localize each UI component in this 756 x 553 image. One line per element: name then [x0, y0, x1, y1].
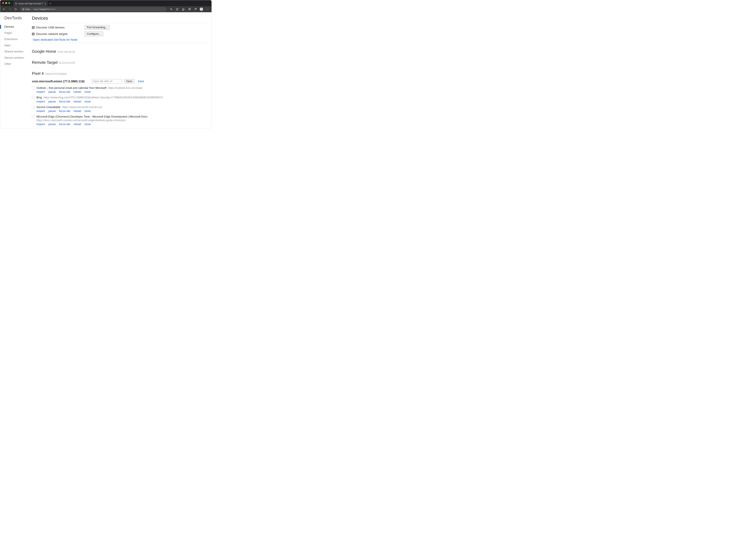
target-list: Outlook – free personal email and calend…	[32, 85, 208, 126]
browser-tab[interactable]: Inspect with Edge Developer T ×	[13, 1, 48, 6]
target-actions: inspect pause focus tab reload close	[37, 100, 163, 103]
zoom-icon[interactable]	[168, 7, 174, 12]
browser-toolbar: Edge edge://inspect/#devices	[0, 6, 212, 12]
address-bar[interactable]: Edge edge://inspect/#devices	[20, 7, 166, 11]
target-url: https://outlook.live.com/owa/	[108, 86, 142, 89]
close-link[interactable]: close	[84, 90, 91, 93]
divider	[32, 43, 208, 43]
target-actions: inspect pause focus tab reload close	[37, 123, 148, 126]
target-row: Service Unavailable https://www.microsof…	[32, 104, 208, 113]
person-icon[interactable]	[193, 7, 198, 12]
configure-button[interactable]: Configure...	[84, 31, 103, 36]
section-pixel4: Pixel 4	[32, 71, 44, 76]
target-title: Microsoft Edge (Chromium) Developer Tool…	[37, 115, 148, 118]
close-link[interactable]: close	[84, 123, 91, 126]
toolbar-right-icons	[168, 7, 210, 12]
discover-network-checkbox[interactable]	[32, 32, 35, 35]
titlebar: Inspect with Edge Developer T × +	[0, 0, 212, 6]
target-row: Outlook – free personal email and calend…	[32, 85, 208, 93]
discover-usb-checkbox[interactable]	[32, 26, 35, 29]
forward-button[interactable]	[7, 7, 12, 12]
reload-link[interactable]: reload	[73, 109, 81, 113]
discover-usb-row: Discover USB devices Port forwarding...	[32, 25, 208, 30]
inspect-link[interactable]: inspect	[37, 90, 45, 93]
sidebar-item-other[interactable]: Other	[0, 61, 30, 67]
favorites-bar-icon[interactable]	[181, 7, 186, 12]
divider	[32, 23, 208, 23]
window-controls	[0, 0, 12, 6]
back-button[interactable]	[2, 7, 6, 12]
sidebar-item-apps[interactable]: Apps	[0, 42, 30, 49]
focus-tab-link[interactable]: focus tab	[59, 109, 70, 113]
sidebar-item-service-workers[interactable]: Service workers	[0, 55, 30, 61]
target-checkbox[interactable]	[32, 96, 35, 99]
new-tab-button[interactable]: +	[48, 1, 52, 6]
reload-link[interactable]: reload	[73, 100, 81, 103]
section-remote-target: Remote Target	[32, 60, 58, 65]
sidebar-item-devices[interactable]: Devices	[0, 24, 30, 30]
url-text: edge://inspect/#devices	[33, 8, 56, 10]
target-actions: inspect pause focus tab reload close	[37, 90, 142, 93]
pause-link[interactable]: pause	[48, 109, 56, 113]
pause-link[interactable]: pause	[48, 100, 56, 103]
sidebar-item-shared-workers[interactable]: Shared workers	[0, 49, 30, 55]
target-title: Bing	[37, 96, 42, 99]
target-checkbox[interactable]	[32, 106, 35, 108]
target-url: https://www.microsoft.com/en-us/	[62, 106, 102, 109]
discover-network-row: Discover network targets Configure...	[32, 31, 208, 36]
close-link[interactable]: close	[84, 100, 91, 103]
pause-link[interactable]: pause	[48, 123, 56, 126]
close-tab-icon[interactable]: ×	[45, 2, 46, 5]
section-google-home-hash: #192.168.86.63	[58, 51, 75, 53]
node-devtools-link[interactable]: Open dedicated DevTools for Node	[33, 38, 78, 41]
svg-marker-7	[176, 8, 179, 10]
svg-point-16	[201, 8, 202, 9]
target-checkbox[interactable]	[32, 87, 35, 89]
target-actions: inspect pause focus tab reload close	[37, 109, 102, 113]
edge-label: Edge	[25, 8, 30, 10]
target-url: https://www.bing.com/?PC=EMMX20&toWww=1&…	[44, 96, 163, 99]
trace-link[interactable]: trace	[138, 80, 144, 83]
favorite-icon[interactable]	[175, 7, 180, 12]
page-title: Devices	[32, 15, 208, 21]
open-tab-input[interactable]	[92, 79, 122, 83]
focus-tab-link[interactable]: focus tab	[59, 123, 70, 126]
svg-rect-11	[189, 8, 191, 9]
minimize-window-icon[interactable]	[5, 2, 7, 4]
section-remote-target-hash: #LOCALHOST	[59, 62, 76, 64]
sidebar-item-pages[interactable]: Pages	[0, 30, 30, 36]
profile-avatar[interactable]	[199, 7, 204, 12]
close-link[interactable]: close	[84, 109, 91, 113]
port-forwarding-button[interactable]: Port forwarding...	[84, 25, 110, 30]
svg-point-17	[207, 9, 207, 9]
page-body: DevTools Devices Pages Extensions Apps S…	[0, 12, 212, 128]
app-name: com.microsoft.emmx (77.0.3865.116)	[32, 80, 84, 83]
target-row: Microsoft Edge (Chromium) Developer Tool…	[32, 114, 208, 126]
main-content: Devices Discover USB devices Port forwar…	[30, 12, 212, 128]
focus-tab-link[interactable]: focus tab	[59, 100, 70, 103]
close-window-icon[interactable]	[2, 2, 4, 4]
target-row: Bing https://www.bing.com/?PC=EMMX20&toW…	[32, 95, 208, 103]
section-google-home: Google Home	[32, 49, 56, 54]
pause-link[interactable]: pause	[48, 90, 56, 93]
target-checkbox[interactable]	[32, 115, 35, 118]
focus-tab-link[interactable]: focus tab	[59, 90, 70, 93]
svg-rect-10	[189, 8, 190, 10]
inspect-link[interactable]: inspect	[37, 109, 45, 113]
inspect-link[interactable]: inspect	[37, 100, 45, 103]
reload-link[interactable]: reload	[73, 123, 81, 126]
target-title: Outlook – free personal email and calend…	[37, 86, 107, 89]
app-line: com.microsoft.emmx (77.0.3865.116) Open …	[32, 79, 208, 83]
refresh-button[interactable]	[13, 7, 18, 12]
devtools-brand: DevTools	[4, 15, 30, 20]
open-button[interactable]: Open	[124, 79, 134, 83]
discover-usb-label: Discover USB devices	[36, 26, 84, 29]
tab-title: Inspect with Edge Developer T	[18, 3, 44, 5]
collections-icon[interactable]	[187, 7, 192, 12]
svg-line-4	[171, 9, 172, 10]
sidebar-item-extensions[interactable]: Extensions	[0, 36, 30, 42]
reload-link[interactable]: reload	[73, 90, 81, 93]
maximize-window-icon[interactable]	[8, 2, 10, 4]
more-icon[interactable]	[205, 7, 210, 12]
inspect-link[interactable]: inspect	[37, 123, 45, 126]
